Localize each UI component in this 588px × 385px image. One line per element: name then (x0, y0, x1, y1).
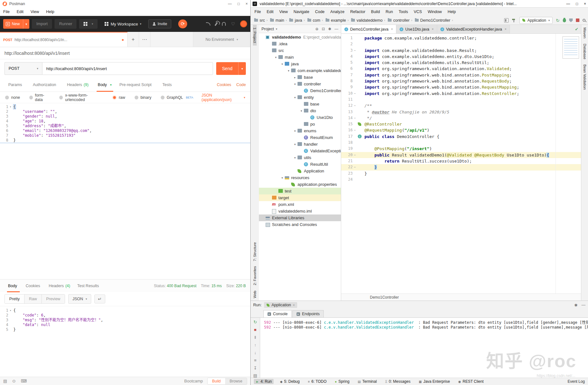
collapse-all-icon[interactable]: ⊟ (322, 27, 325, 31)
menu-item[interactable]: Edit (17, 10, 24, 14)
statusbar-toolwindow-button[interactable]: ◆ 5: Debug (278, 379, 301, 384)
runner-button[interactable]: Runner (55, 19, 77, 29)
bell-icon[interactable] (222, 22, 226, 26)
console-tool-icon[interactable]: ▤ (253, 373, 257, 378)
body-type-radio[interactable]: none (5, 93, 23, 102)
breadcrumb-item[interactable]: java › (288, 18, 305, 23)
close-button[interactable]: × (246, 2, 248, 6)
menu-item[interactable]: View (279, 10, 288, 14)
menu-item[interactable]: Analyze (330, 10, 344, 14)
search-icon[interactable]: ⊙ (12, 379, 16, 383)
tree-row[interactable]: ValidatedExceptionHandler (259, 148, 341, 154)
minimize-button[interactable]: — (228, 2, 232, 6)
tree-expand-arrow[interactable]: ▾ (293, 143, 297, 146)
tree-expand-arrow[interactable]: ▾ (293, 96, 297, 99)
close-icon[interactable]: × (505, 27, 507, 31)
response-tab-item[interactable]: Cookies (22, 280, 45, 292)
run-configuration-select[interactable]: Application ▾ (519, 17, 553, 24)
tree-row[interactable]: ▾ java (259, 61, 341, 67)
response-format-select[interactable]: JSON ▾ (68, 294, 91, 304)
tree-row[interactable]: application.properties (259, 181, 341, 188)
method-select[interactable]: POST ▾ (4, 62, 42, 75)
tree-row[interactable]: ▾ dto (259, 107, 341, 114)
breadcrumb-item[interactable]: example › (325, 18, 350, 23)
environment-selector[interactable]: No Environment ▾ (193, 32, 250, 47)
tree-row[interactable]: Application (259, 168, 341, 174)
console-icon[interactable]: ⌨ (21, 379, 27, 383)
console-tool-icon[interactable]: ■ (254, 327, 257, 332)
tree-row[interactable]: ▾ main (259, 54, 341, 61)
menu-item[interactable]: Navigate (294, 10, 309, 14)
toolwindow-structure-button[interactable]: 7: Structure (253, 240, 257, 264)
console-tool-icon[interactable]: ↑ (254, 343, 256, 347)
tree-row[interactable]: src (259, 47, 341, 54)
editor-tab[interactable]: c Use1Dto.java × (396, 25, 437, 33)
tree-row[interactable]: External Libraries (259, 214, 341, 221)
editor-breadcrumb[interactable]: Demo1Controller (341, 294, 581, 301)
code-editor[interactable]: 1package com.example.validateddemo.contr… (341, 34, 581, 294)
request-body-editor[interactable]: 1▾{2 "username": "",3 "gender": null,4 "… (0, 103, 250, 279)
request-tab-item[interactable]: Body ● (94, 78, 116, 91)
tree-row[interactable]: ▾ resources (259, 174, 341, 181)
heart-icon[interactable]: ♡ (231, 21, 235, 26)
tree-row[interactable]: ▸ base (259, 74, 341, 81)
tree-row[interactable]: test (259, 188, 341, 194)
tree-row[interactable]: pom.xml (259, 201, 341, 208)
editor-tab[interactable]: c Demo1Controller.java × (341, 25, 396, 33)
tool-window-icon[interactable] (504, 18, 509, 23)
tree-expand-arrow[interactable]: ▾ (299, 109, 304, 113)
body-type-radio[interactable]: form-data (29, 93, 53, 102)
tree-row[interactable]: Scratches and Consoles (259, 221, 341, 228)
sync-status-icon[interactable]: ⟳ (178, 19, 187, 28)
tree-row[interactable]: ResultUtil (259, 161, 341, 168)
sidebar-toggle-icon[interactable]: ▤ (3, 379, 7, 383)
view-mode-button[interactable]: Preview (42, 294, 65, 303)
console-tool-icon[interactable]: ↧ (254, 366, 257, 370)
run-configuration-tab[interactable]: Application × (264, 302, 297, 308)
tree-row[interactable]: ResultEnum (259, 134, 341, 141)
tree-expand-arrow[interactable]: ▾ (293, 129, 297, 133)
maximize-button[interactable]: □ (238, 2, 240, 6)
console-tool-icon[interactable]: ≡ (254, 358, 257, 363)
new-dropdown[interactable]: ▾ (23, 19, 29, 29)
tree-row[interactable]: validateddemo E:\project_code\validatedd… (259, 34, 341, 40)
menu-item[interactable]: Help (46, 10, 55, 14)
view-mode-button[interactable]: Pretty (5, 294, 25, 303)
response-tab-item[interactable]: Body (4, 280, 22, 292)
tree-row[interactable]: target (259, 194, 341, 201)
body-type-radio[interactable]: x-www-form-urlencoded (59, 93, 106, 102)
link[interactable]: Cookies (217, 83, 231, 87)
menu-item[interactable]: Help (448, 10, 456, 14)
toolwindow-favorites-button[interactable]: 2: Favorites (253, 264, 257, 288)
tree-row[interactable]: po (259, 121, 341, 127)
event-log-button[interactable]: Event Log (568, 379, 585, 384)
request-tab-item[interactable]: Authorization (29, 78, 63, 91)
locate-icon[interactable]: ⊕ (315, 27, 319, 31)
statusbar-toolwindow-button[interactable]: ► 4: Run (254, 379, 274, 384)
run-panel-tab[interactable]: ▸ Endpoints (292, 310, 324, 317)
tree-row[interactable]: validateddemo.iml (259, 208, 341, 214)
request-tab-item[interactable]: Params (4, 78, 29, 91)
response-tab-item[interactable]: Test Results (74, 280, 104, 292)
menu-item[interactable]: Refactor (350, 10, 365, 14)
statusbar-toolwindow-button[interactable]: ≡ 6: TODO (306, 379, 328, 384)
avatar[interactable] (240, 20, 247, 27)
gear-icon[interactable]: ✱ (574, 303, 577, 308)
statusbar-toolwindow-button[interactable]: ◉ REST Client (456, 379, 486, 384)
close-icon[interactable]: × (391, 27, 393, 31)
body-type-radio[interactable]: raw (113, 93, 128, 102)
minimize-button[interactable]: — (566, 2, 570, 6)
statusbar-toolwindow-button[interactable]: ▤ Terminal (356, 379, 379, 384)
menu-item[interactable]: Build (371, 10, 380, 14)
satellite-icon[interactable] (206, 22, 210, 25)
link[interactable]: Code (236, 83, 246, 87)
statusbar-toolwindow-button[interactable]: ▦ Java Enterprise (417, 379, 452, 384)
send-options-caret[interactable]: ▾ (238, 62, 246, 75)
breadcrumb-item[interactable]: Demo1Controller › (414, 18, 454, 23)
request-tab[interactable]: POST http://localhost:8080/api/v1/in... … (0, 32, 128, 47)
invite-button[interactable]: Invite (148, 19, 171, 28)
build-hammer-icon[interactable] (512, 18, 516, 23)
menu-item[interactable]: Edit (267, 10, 274, 14)
menu-item[interactable]: Code (315, 10, 325, 14)
breadcrumb-item[interactable]: main › (269, 18, 288, 23)
